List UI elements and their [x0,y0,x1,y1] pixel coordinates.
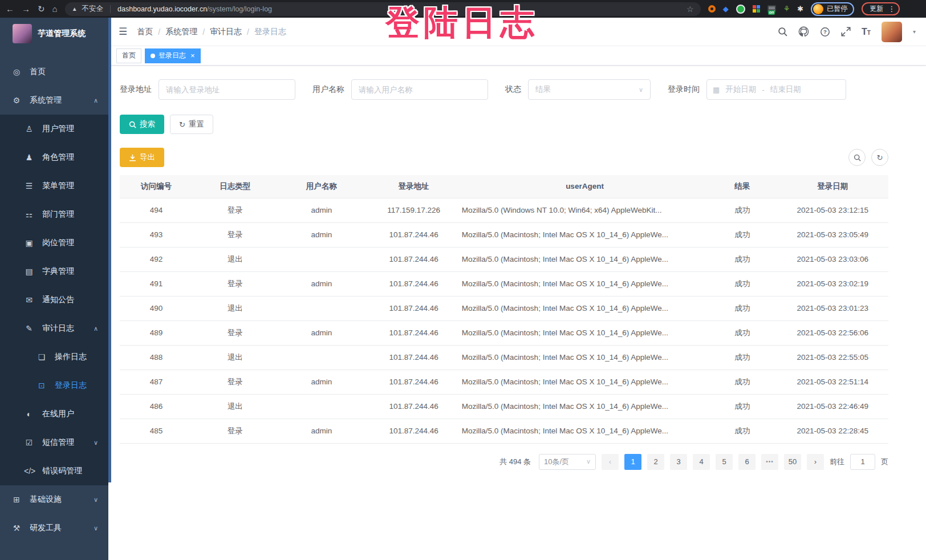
table-row: 486退出101.87.244.46Mozilla/5.0 (Macintosh… [120,394,888,419]
extensions-puzzle-icon[interactable]: ✱ [797,5,803,13]
cell-date: 2021-05-03 23:02:19 [777,271,889,296]
tag-home[interactable]: 首页 [116,48,141,63]
font-size-icon[interactable]: TT [862,27,871,37]
sidebar-item-infrastructure[interactable]: ⊞基础设施∨ [0,485,108,514]
extension-gem-icon[interactable]: ◆ [723,5,729,13]
sidebar-item-dict-management[interactable]: ▤字典管理 [0,257,108,286]
reload-icon[interactable]: ↻ [38,4,45,14]
date-separator: - [762,86,765,94]
page-button-1[interactable]: 1 [624,454,641,470]
search-icon[interactable] [778,27,787,36]
sidebar-item-dev-tools[interactable]: ⚒研发工具∨ [0,514,108,542]
sidebar-item-notice[interactable]: ✉通知公告 [0,286,108,314]
cell-type: 登录 [193,370,277,394]
page-button-4[interactable]: 4 [693,454,710,470]
cell-id: 491 [120,271,193,296]
username-input[interactable] [351,79,488,100]
sidebar-item-menu-management[interactable]: ☰菜单管理 [0,172,108,200]
sidebar-item-sms-management[interactable]: ☑短信管理∨ [0,428,108,457]
sidebar-item-online-user[interactable]: ◐在线用户 [0,400,108,428]
cell-id: 493 [120,222,193,247]
extension-sprout-icon[interactable]: ⚘ [783,5,790,13]
browser-update-button[interactable]: 更新 ⋮ [862,2,900,15]
sidebar-item-system-management[interactable]: ⚙系统管理∧ [0,86,108,115]
page-button-6[interactable]: 6 [738,454,756,470]
toggle-search-button[interactable] [848,149,866,166]
page-button-5[interactable]: 5 [716,454,733,470]
extension-list-icon[interactable]: on [767,5,776,13]
table-row: 488退出101.87.244.46Mozilla/5.0 (Macintosh… [120,345,888,370]
page-size-select[interactable]: 10条/页∨ [539,454,596,470]
browser-home-icon[interactable]: ⌂ [52,4,58,14]
browser-menu-icon[interactable]: ⋮ [888,5,895,13]
logo[interactable]: 芋道管理系统 [0,18,108,50]
back-icon[interactable]: ← [6,4,14,14]
breadcrumb-item[interactable]: 首页 [137,27,153,37]
tag-login-log[interactable]: 登录日志× [145,48,201,63]
operate-log-icon: ❏ [36,352,47,362]
profile-status-label: 已暂停 [827,4,847,14]
extension-grid-icon[interactable] [753,5,760,13]
svg-text:?: ? [823,29,827,35]
sidebar-item-user-management[interactable]: ♙用户管理 [0,115,108,143]
forward-icon[interactable]: → [22,4,30,14]
active-tag-dot [151,54,155,58]
reset-button[interactable]: ↻ 重置 [170,115,213,134]
sidebar-item-operate-log[interactable]: ❏操作日志 [0,343,108,371]
extension-green-icon[interactable] [736,5,745,14]
export-button[interactable]: 导出 [120,148,164,167]
github-icon[interactable] [798,26,809,37]
sidebar-item-label: 审计日志 [42,323,74,334]
breadcrumb: 首页/系统管理/审计日志/登录日志 [137,27,286,37]
login-time-range-picker[interactable]: ▦ 开始日期 - 结束日期 [706,79,846,100]
sidebar-item-error-code-management[interactable]: </>错误码管理 [0,457,108,485]
sidebar-menu: ◎首页⚙系统管理∧♙用户管理♟角色管理☰菜单管理⚏部门管理▣岗位管理▤字典管理✉… [0,50,108,542]
calendar-icon: ▦ [713,86,720,94]
filter-form: 登录地址 用户名称 状态 结果 ∨ 登录时间 ▦ [120,79,888,100]
page-button-2[interactable]: 2 [647,454,664,470]
goto-label: 前往 [830,457,844,467]
login-address-input[interactable] [159,79,295,100]
cell-ip: 101.87.244.46 [365,345,462,370]
sidebar-item-post-management[interactable]: ▣岗位管理 [0,229,108,257]
cell-id: 489 [120,320,193,345]
status-select[interactable]: 结果 ∨ [528,79,651,100]
breadcrumb-item[interactable]: 系统管理 [165,27,197,37]
table-row: 489登录admin101.87.244.46Mozilla/5.0 (Maci… [120,320,888,345]
username-label: 用户名称 [312,84,344,95]
sidebar-item-label: 岗位管理 [42,238,74,248]
column-header: 登录日期 [777,175,889,198]
login-address-label: 登录地址 [120,84,152,95]
infrastructure-icon: ⊞ [11,495,22,504]
close-icon[interactable]: × [190,51,195,60]
sidebar-item-audit-log[interactable]: ✎审计日志∧ [0,314,108,343]
prev-page-button[interactable]: ‹ [602,454,619,470]
sidebar-item-role-management[interactable]: ♟角色管理 [0,143,108,172]
fullscreen-icon[interactable] [841,27,851,36]
cell-ua: Mozilla/5.0 (Macintosh; Intel Mac OS X 1… [462,419,708,443]
refresh-table-button[interactable]: ↻ [871,149,888,166]
page-button-50[interactable]: 50 [784,454,801,470]
sidebar-item-login-log[interactable]: ⊡登录日志 [0,371,108,400]
cell-user: admin [277,419,365,443]
more-pages-button[interactable]: ••• [761,454,778,470]
address-bar[interactable]: ▲ 不安全 dashboard.yudao.iocoder.cn/system/… [65,2,701,16]
avatar[interactable] [882,22,902,42]
cell-type: 退出 [193,296,277,320]
caret-down-icon[interactable]: ▾ [913,29,916,35]
sidebar-item-home[interactable]: ◎首页 [0,58,108,86]
extension-donut-icon[interactable] [708,5,716,13]
hamburger-icon[interactable]: ☰ [119,26,127,38]
browser-profile-chip[interactable]: 已暂停 [811,2,854,16]
sidebar-item-label: 系统管理 [30,95,62,105]
goto-page-input[interactable] [850,454,875,470]
help-icon[interactable]: ? [820,27,830,37]
page-button-3[interactable]: 3 [670,454,687,470]
cell-user [277,296,365,320]
bookmark-star-icon[interactable]: ☆ [687,5,694,14]
sidebar-item-dept-management[interactable]: ⚏部门管理 [0,200,108,229]
next-page-button[interactable]: › [807,454,824,470]
search-button[interactable]: 搜索 [120,115,164,134]
breadcrumb-item[interactable]: 审计日志 [210,27,242,37]
cell-ip: 101.87.244.46 [365,370,462,394]
